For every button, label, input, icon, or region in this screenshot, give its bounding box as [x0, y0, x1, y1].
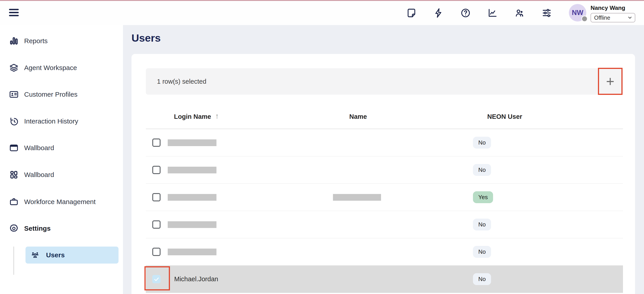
sidebar-item-label: Wallboard	[24, 171, 54, 179]
presence-status-select[interactable]: Offline	[590, 13, 635, 22]
sidebar-item-label: Wallboard	[24, 144, 54, 152]
add-user-button[interactable]: +	[598, 68, 622, 95]
app-screen: NW Nancy Wang Offline Reports	[0, 0, 644, 294]
sidebar-item-wallboard[interactable]: Wallboard	[0, 142, 123, 153]
redacted-login-name	[168, 167, 216, 173]
sidebar: Reports Agent Workspace Customer Profile…	[0, 25, 123, 294]
help-icon[interactable]	[460, 8, 471, 18]
users-card: 1 row(s) selected + Login Name ↑ Name NE…	[132, 54, 635, 294]
sidebar-item-agent-workspace[interactable]: Agent Workspace	[0, 62, 123, 73]
sidebar-item-label: Users	[46, 251, 64, 259]
hamburger-menu-icon[interactable]	[8, 6, 20, 19]
sidebar-item-settings[interactable]: Settings	[0, 223, 123, 234]
table-row[interactable]: No	[146, 129, 623, 156]
redacted-name	[333, 194, 381, 201]
selection-toolbar: 1 row(s) selected	[146, 68, 623, 95]
settings-indent-line	[14, 246, 14, 275]
table-row[interactable]: No	[146, 238, 623, 265]
row-checkbox[interactable]	[152, 166, 160, 174]
sidebar-item-label: Agent Workspace	[24, 64, 77, 72]
preferences-icon[interactable]	[541, 8, 552, 18]
sidebar-item-reports[interactable]: Reports	[0, 35, 123, 47]
sidebar-item-label: Reports	[24, 37, 48, 45]
page-title: Users	[132, 32, 161, 44]
sidebar-item-label: Customer Profiles	[24, 91, 77, 98]
contacts-icon[interactable]	[514, 8, 525, 18]
user-name: Nancy Wang	[590, 5, 625, 12]
check-icon	[153, 276, 160, 282]
sidebar-item-customer-profiles[interactable]: Customer Profiles	[0, 89, 123, 100]
row-checkbox[interactable]	[152, 220, 160, 229]
row-checkbox[interactable]	[152, 193, 160, 201]
sidebar-item-workforce-management[interactable]: Workforce Management	[0, 196, 123, 207]
presence-status-value: Offline	[591, 15, 627, 21]
sidebar-item-interaction-history[interactable]: Interaction History	[0, 116, 123, 127]
column-header-neon-user[interactable]: NEON User	[487, 105, 522, 129]
topbar-action-icons	[406, 8, 552, 18]
table-row[interactable]: No	[146, 211, 623, 238]
analytics-icon[interactable]	[487, 8, 498, 18]
row-checkbox[interactable]	[152, 248, 160, 256]
neon-user-badge: No	[473, 246, 491, 258]
main-content: Users 1 row(s) selected + Login Name ↑ N…	[123, 25, 644, 294]
id-card-icon	[9, 90, 19, 99]
sidebar-item-wallboard-2[interactable]: Wallboard	[0, 169, 123, 180]
redacted-login-name	[168, 139, 216, 146]
bar-chart-icon	[9, 36, 19, 46]
window-icon	[9, 143, 19, 153]
briefcase-icon	[9, 197, 19, 207]
chevron-down-icon	[627, 15, 632, 20]
column-header-login-name[interactable]: Login Name ↑	[174, 105, 219, 129]
avatar[interactable]: NW	[569, 4, 586, 22]
layers-icon	[9, 63, 19, 73]
login-name-cell: Michael.Jordan	[174, 265, 218, 293]
sidebar-item-label: Workforce Management	[24, 198, 96, 206]
column-header-name[interactable]: Name	[349, 105, 367, 129]
table-header: Login Name ↑ Name NEON User	[146, 105, 623, 129]
row-checkbox[interactable]	[152, 139, 160, 147]
selection-count-text: 1 row(s) selected	[157, 68, 206, 95]
top-bar: NW Nancy Wang Offline	[0, 1, 644, 25]
users-icon	[30, 250, 40, 260]
redacted-login-name	[168, 248, 216, 255]
sidebar-item-label: Settings	[24, 225, 50, 232]
plus-icon: +	[606, 73, 614, 90]
neon-user-badge: No	[473, 137, 491, 149]
redacted-login-name	[168, 194, 216, 201]
sidebar-item-label: Interaction History	[24, 117, 78, 125]
sort-ascending-icon[interactable]: ↑	[215, 112, 219, 120]
gear-icon	[9, 223, 19, 233]
history-icon	[9, 116, 19, 126]
table-row[interactable]: No	[146, 156, 623, 184]
neon-user-badge: No	[473, 273, 491, 285]
avatar-initials: NW	[572, 9, 584, 17]
row-checkbox-checked[interactable]	[152, 275, 160, 283]
presence-status-dot	[582, 16, 588, 22]
sidebar-item-users[interactable]: Users	[26, 246, 118, 263]
dashboard-grid-icon	[9, 170, 19, 180]
table-row-selected[interactable]: Michael.Jordan No	[146, 265, 623, 293]
notes-icon[interactable]	[406, 8, 417, 18]
redacted-login-name	[168, 221, 216, 228]
neon-user-badge: No	[473, 219, 491, 230]
table-row[interactable]: Yes	[146, 184, 623, 211]
neon-user-badge: Yes	[473, 191, 493, 203]
quick-actions-icon[interactable]	[433, 8, 444, 18]
neon-user-badge: No	[473, 164, 491, 176]
